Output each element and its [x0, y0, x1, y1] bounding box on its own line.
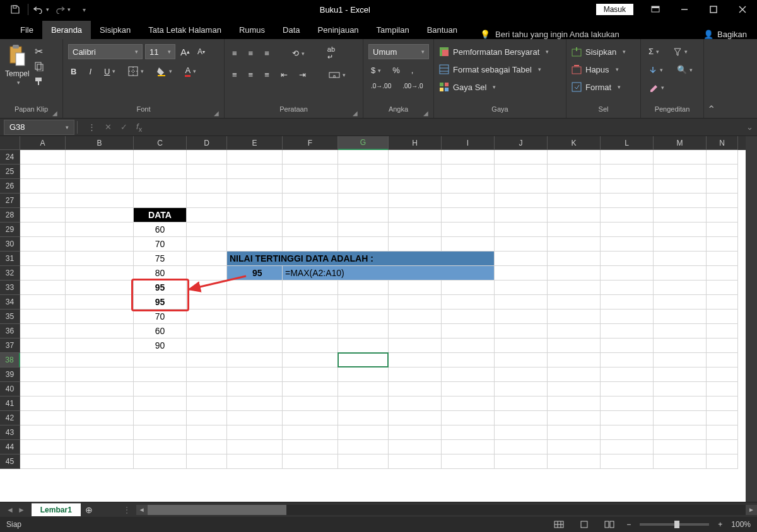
clipboard-dialog-launcher[interactable]: ◢ [52, 110, 57, 117]
cell-C32[interactable]: 80 [134, 266, 187, 280]
cell-L27[interactable] [601, 194, 654, 208]
cell-M30[interactable] [654, 237, 707, 252]
cell-N35[interactable] [707, 309, 738, 324]
row-header-41[interactable]: 41 [0, 396, 20, 411]
align-middle-icon[interactable]: ≡ [246, 47, 256, 59]
cell-H44[interactable] [389, 440, 442, 454]
cell-G30[interactable] [338, 237, 389, 252]
share-button[interactable]: 👤 Bagikan [703, 30, 747, 39]
cell-E32[interactable]: 95 [227, 266, 283, 280]
cell-F27[interactable] [283, 194, 338, 208]
fill-icon[interactable]: ▾ [646, 64, 666, 76]
cell-A26[interactable] [20, 179, 66, 194]
fx-icon[interactable]: fx [136, 122, 142, 133]
cell-B43[interactable] [66, 425, 134, 440]
cell-K27[interactable] [548, 194, 601, 208]
cell-L26[interactable] [601, 179, 654, 194]
cell-D31[interactable] [187, 252, 227, 266]
cell-M44[interactable] [654, 440, 707, 454]
cell-G25[interactable] [338, 165, 389, 179]
cell-L36[interactable] [601, 324, 654, 338]
cell-N37[interactable] [707, 338, 738, 353]
format-cells-button[interactable]: Format▾ [572, 81, 621, 93]
cell-C42[interactable] [134, 411, 187, 425]
cell-F30[interactable] [283, 237, 338, 252]
decrease-decimal-icon[interactable]: .00→.0 [400, 81, 425, 91]
cell-C40[interactable] [134, 382, 187, 396]
row-header-40[interactable]: 40 [0, 382, 20, 396]
cell-J28[interactable] [495, 208, 548, 223]
cell-J37[interactable] [495, 338, 548, 353]
cell-L37[interactable] [601, 338, 654, 353]
cell-F32[interactable]: =MAX(A2:A10) [283, 266, 495, 280]
cell-E45[interactable] [227, 454, 283, 469]
normal-view-icon[interactable] [551, 519, 567, 530]
cell-J43[interactable] [495, 425, 548, 440]
cell-F38[interactable] [283, 353, 338, 367]
horizontal-scrollbar[interactable]: ◄ ► [136, 505, 757, 515]
cell-F28[interactable] [283, 208, 338, 223]
font-dialog-launcher[interactable]: ◢ [214, 110, 219, 117]
cell-B31[interactable] [66, 252, 134, 266]
cell-G27[interactable] [338, 194, 389, 208]
cell-B25[interactable] [66, 165, 134, 179]
cell-J24[interactable] [495, 150, 548, 165]
row-header-35[interactable]: 35 [0, 309, 20, 324]
cell-H37[interactable] [389, 338, 442, 353]
cell-N38[interactable] [707, 353, 738, 367]
cell-D27[interactable] [187, 194, 227, 208]
cell-N36[interactable] [707, 324, 738, 338]
signin-button[interactable]: Masuk [596, 4, 633, 15]
cell-M26[interactable] [654, 179, 707, 194]
increase-decimal-icon[interactable]: .0→.00 [368, 81, 394, 91]
fx-options-icon[interactable]: ⋮ [88, 122, 96, 132]
cell-N39[interactable] [707, 367, 738, 382]
cell-F24[interactable] [283, 150, 338, 165]
page-layout-view-icon[interactable] [576, 519, 592, 530]
number-dialog-launcher[interactable]: ◢ [423, 110, 428, 117]
cell-G35[interactable] [338, 309, 389, 324]
cell-H35[interactable] [389, 309, 442, 324]
redo-button[interactable]: ▾ [52, 1, 73, 18]
cell-D24[interactable] [187, 150, 227, 165]
cell-L40[interactable] [601, 382, 654, 396]
cell-J25[interactable] [495, 165, 548, 179]
cell-L41[interactable] [601, 396, 654, 411]
cell-G40[interactable] [338, 382, 389, 396]
cell-E38[interactable] [227, 353, 283, 367]
cell-J30[interactable] [495, 237, 548, 252]
cell-D32[interactable] [187, 266, 227, 280]
cell-C28[interactable]: DATA [134, 208, 187, 223]
cell-F43[interactable] [283, 425, 338, 440]
cell-M35[interactable] [654, 309, 707, 324]
cell-N25[interactable] [707, 165, 738, 179]
cell-E27[interactable] [227, 194, 283, 208]
cell-G38[interactable] [338, 353, 389, 367]
cell-K43[interactable] [548, 425, 601, 440]
cell-M45[interactable] [654, 454, 707, 469]
minimize-button[interactable] [670, 0, 699, 19]
cell-N42[interactable] [707, 411, 738, 425]
cell-D38[interactable] [187, 353, 227, 367]
new-sheet-button[interactable]: ⊕ [81, 505, 97, 515]
cell-M24[interactable] [654, 150, 707, 165]
underline-button[interactable]: U▾ [102, 66, 118, 78]
cell-L45[interactable] [601, 454, 654, 469]
cell-L34[interactable] [601, 295, 654, 309]
cell-J27[interactable] [495, 194, 548, 208]
cell-F40[interactable] [283, 382, 338, 396]
cell-L33[interactable] [601, 280, 654, 295]
enter-icon[interactable]: ✓ [120, 122, 127, 132]
cell-B44[interactable] [66, 440, 134, 454]
cell-K25[interactable] [548, 165, 601, 179]
cell-M38[interactable] [654, 353, 707, 367]
cell-H43[interactable] [389, 425, 442, 440]
cell-L32[interactable] [601, 266, 654, 280]
cell-H26[interactable] [389, 179, 442, 194]
decrease-indent-icon[interactable]: ⇤ [278, 69, 290, 81]
cell-D43[interactable] [187, 425, 227, 440]
cell-G44[interactable] [338, 440, 389, 454]
cell-B42[interactable] [66, 411, 134, 425]
cell-A28[interactable] [20, 208, 66, 223]
cell-L43[interactable] [601, 425, 654, 440]
